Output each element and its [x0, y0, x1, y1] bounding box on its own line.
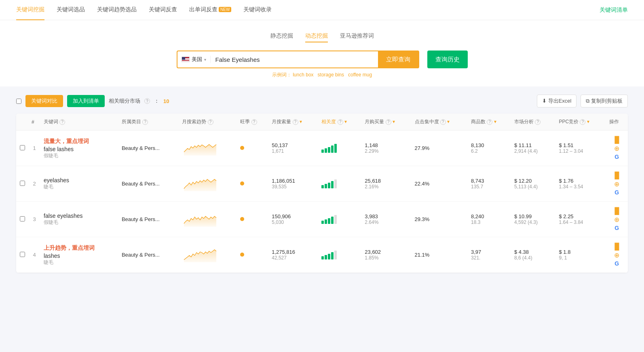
search-button[interactable]: 立即查询: [378, 51, 418, 68]
tab-static[interactable]: 静态挖掘: [270, 32, 293, 42]
relevance-bar-seg: [334, 215, 337, 224]
row-checkbox-cell[interactable]: [16, 131, 28, 166]
th-peak[interactable]: 旺季 ?: [237, 114, 268, 131]
row-checkbox[interactable]: [20, 145, 25, 150]
th-buy[interactable]: 月购买量 ? ▾: [361, 114, 411, 131]
example-words: 示例词： lunch box storage bins coffee mug: [272, 72, 372, 78]
help-icon-keyword[interactable]: ?: [59, 119, 65, 125]
help-icon-market[interactable]: ?: [535, 119, 541, 125]
relevance-bar-seg: [321, 256, 324, 259]
help-icon-search[interactable]: ?: [293, 119, 298, 125]
add-to-list-button[interactable]: 加入到清单: [67, 95, 105, 107]
copy-icon: ⧉: [586, 98, 589, 104]
help-icon-peak[interactable]: ?: [251, 119, 257, 125]
sort-icon-buy[interactable]: ▾: [393, 119, 395, 124]
keyword-main[interactable]: lashes: [44, 253, 115, 259]
select-all-checkbox[interactable]: [16, 99, 21, 104]
copy-button[interactable]: ⧉ 复制到剪贴板: [581, 95, 628, 107]
keyword-main[interactable]: eyelashes: [44, 177, 115, 183]
chart-icon[interactable]: ▐▌: [612, 207, 621, 215]
relevance-cell: [318, 237, 361, 273]
sort-icon-ppc[interactable]: ▾: [587, 119, 589, 124]
more-icon[interactable]: ⊕: [614, 145, 619, 152]
sort-icon-click[interactable]: ▾: [447, 119, 450, 124]
google-icon[interactable]: G: [614, 189, 619, 196]
help-icon-buy[interactable]: ?: [386, 119, 391, 125]
compare-button[interactable]: 关键词对比: [25, 95, 63, 107]
nav-item-order-reverse[interactable]: 出单词反查 NEW: [189, 0, 231, 20]
help-icon-relevance[interactable]: ?: [338, 119, 343, 125]
example-1[interactable]: lunch box: [293, 72, 313, 78]
nav-item-kw-collect[interactable]: 关键词收录: [243, 0, 272, 20]
nav-item-kw-trend[interactable]: 关键词趋势选品: [97, 0, 137, 20]
ppc-sub: 9, 1: [559, 255, 602, 261]
th-relevance[interactable]: 相关度 ? ▾: [318, 114, 361, 131]
nav-item-kw-mining[interactable]: 关键词挖掘: [16, 0, 44, 20]
product-main: 3,97: [471, 249, 508, 255]
th-trend[interactable]: 月搜索趋势 ?: [179, 114, 237, 131]
row-checkbox[interactable]: [20, 252, 25, 257]
country-label: 美国: [192, 56, 202, 63]
row-checkbox[interactable]: [20, 181, 25, 186]
row-checkbox-cell[interactable]: [16, 202, 28, 237]
chart-icon[interactable]: ▐▌: [612, 172, 621, 179]
nav-item-kw-reverse[interactable]: 关键词反查: [149, 0, 177, 20]
action-cell: ▐▌ ⊕ G: [606, 202, 628, 237]
sort-icon-search[interactable]: ▾: [300, 119, 302, 124]
google-icon[interactable]: G: [614, 154, 619, 160]
peak-cell: [237, 166, 268, 202]
google-icon[interactable]: G: [614, 260, 619, 267]
ppc-main: $ 1.51: [559, 142, 602, 148]
keyword-main[interactable]: false eyelashes: [44, 213, 115, 219]
relevance-bar-seg: [328, 218, 330, 224]
help-icon[interactable]: ?: [144, 98, 150, 104]
action-icons: ▐▌ ⊕ G: [609, 172, 625, 196]
help-icon-product[interactable]: ?: [487, 119, 492, 125]
help-icon-trend[interactable]: ?: [208, 119, 213, 125]
table-row: 2 eyelashes 睫毛 Beauty & Pers... 1,186,05…: [16, 166, 628, 202]
help-icon-click[interactable]: ?: [440, 119, 446, 125]
more-icon[interactable]: ⊕: [614, 180, 619, 188]
th-keyword[interactable]: 关键词 ?: [40, 114, 118, 131]
sort-icon-relevance[interactable]: ▾: [344, 119, 347, 124]
tab-dynamic[interactable]: 动态挖掘: [305, 32, 328, 42]
sort-icon-product[interactable]: ▾: [494, 119, 496, 124]
more-icon[interactable]: ⊕: [614, 251, 619, 259]
th-market[interactable]: 市场分析 ?: [511, 114, 556, 131]
ppc-main: $ 1.8: [559, 249, 602, 255]
help-icon-ppc[interactable]: ?: [580, 119, 585, 125]
chart-icon[interactable]: ▐▌: [612, 243, 621, 250]
kw-list-link[interactable]: 关键词清单: [600, 6, 628, 14]
peak-cell: [237, 131, 268, 166]
row-checkbox[interactable]: [20, 216, 25, 221]
product-main: 8,240: [471, 213, 508, 219]
th-search[interactable]: 月搜索量 ? ▾: [268, 114, 318, 131]
th-product[interactable]: 商品数 ? ▾: [468, 114, 511, 131]
trend-chart: [182, 246, 218, 262]
th-num: #: [28, 114, 40, 131]
google-icon[interactable]: G: [614, 225, 619, 231]
row-checkbox-cell[interactable]: [16, 237, 28, 273]
category-label: Beauty & Pers...: [122, 252, 160, 258]
tab-amazon[interactable]: 亚马逊推荐词: [340, 32, 374, 42]
keyword-cell: 流量大，重点埋词 false lashes 假睫毛: [40, 131, 118, 166]
more-icon[interactable]: ⊕: [614, 216, 619, 223]
th-click[interactable]: 点击集中度 ? ▾: [412, 114, 468, 131]
example-3[interactable]: coffee mug: [348, 72, 372, 78]
country-selector[interactable]: 美国 ▾: [177, 56, 211, 63]
th-category[interactable]: 所属类目 ?: [118, 114, 179, 131]
row-checkbox-cell[interactable]: [16, 166, 28, 202]
chart-icon[interactable]: ▐▌: [612, 136, 621, 143]
export-button[interactable]: ⬇ 导出Excel: [537, 95, 576, 107]
example-2[interactable]: storage bins: [318, 72, 344, 78]
th-ppc[interactable]: PPC竞价 ? ▾: [555, 114, 606, 131]
relevance-bar-seg: [331, 181, 334, 188]
search-input[interactable]: [211, 56, 378, 63]
nav-item-kw-select[interactable]: 关键词选品: [57, 0, 85, 20]
history-button[interactable]: 查询历史: [427, 51, 468, 68]
relevance-bar-seg: [331, 145, 334, 153]
chevron-down-icon: ▾: [204, 57, 206, 62]
market-main: $ 10.99: [514, 213, 553, 219]
help-icon-category[interactable]: ?: [142, 119, 148, 125]
keyword-main[interactable]: false lashes: [44, 146, 115, 152]
